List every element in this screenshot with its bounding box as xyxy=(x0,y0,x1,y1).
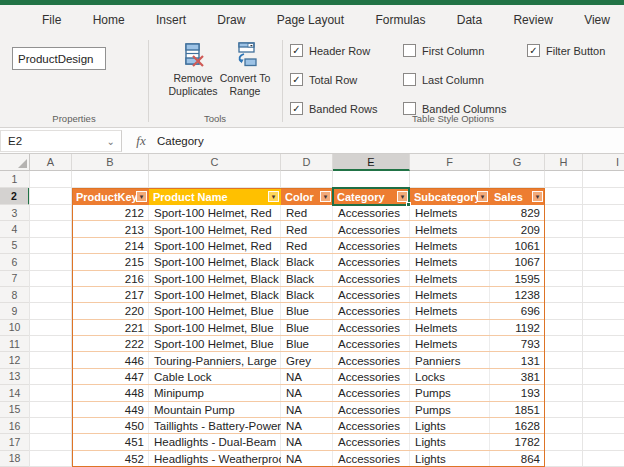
table-header-label: Color xyxy=(285,191,314,203)
checkbox-banded-rows[interactable]: ✓Banded Rows xyxy=(290,102,378,115)
filter-button-subcategory[interactable]: ▼ xyxy=(477,191,488,202)
checkbox-header-row[interactable]: ✓Header Row xyxy=(290,44,370,57)
checkbox-last-column[interactable]: Last Column xyxy=(403,73,484,86)
checkbox-banded-columns[interactable]: Banded Columns xyxy=(403,102,506,115)
checkbox-first-column[interactable]: First Column xyxy=(403,44,484,57)
row-header-1[interactable]: 1 xyxy=(0,171,30,188)
name-box[interactable]: E2 ⌄ xyxy=(0,130,122,152)
column-header-G[interactable]: G xyxy=(490,154,545,171)
tab-draw[interactable]: Draw xyxy=(215,13,247,27)
checkbox-total-row[interactable]: ✓Total Row xyxy=(290,73,357,86)
checkbox-label: First Column xyxy=(422,45,484,57)
table-header-color[interactable]: Color▼ xyxy=(281,188,333,205)
checkbox-filter-button[interactable]: ✓Filter Button xyxy=(527,44,605,57)
name-box-value: E2 xyxy=(8,135,22,147)
filter-button-sales[interactable]: ▼ xyxy=(532,191,543,202)
spreadsheet-grid: ABCDEFGHI123456789101112131415161718Prod… xyxy=(0,154,624,467)
table-row-border xyxy=(72,221,545,237)
properties-group-label: Properties xyxy=(0,113,148,124)
checkbox-checked-icon[interactable]: ✓ xyxy=(290,73,303,86)
checkbox-unchecked-icon[interactable] xyxy=(403,44,416,57)
row-header-5[interactable]: 5 xyxy=(0,238,30,254)
column-header-F[interactable]: F xyxy=(410,154,490,171)
table-row-border xyxy=(72,271,545,287)
table-header-subcategory[interactable]: Subcategory▼ xyxy=(410,188,490,205)
convert-to-range-button[interactable]: Convert ToRange xyxy=(216,39,274,98)
remove-duplicates-label: RemoveDuplicates xyxy=(164,72,222,98)
table-row-border xyxy=(72,303,545,319)
group-separator xyxy=(282,40,283,122)
column-header-I[interactable]: I xyxy=(583,154,624,171)
column-header-E[interactable]: E xyxy=(333,154,410,171)
formula-bar-content[interactable]: Category xyxy=(157,130,204,152)
table-header-label: Category xyxy=(337,191,385,203)
row-header-18[interactable]: 18 xyxy=(0,451,30,467)
filter-button-color[interactable]: ▼ xyxy=(320,191,331,202)
excel-window: FileHomeInsertDrawPage LayoutFormulasDat… xyxy=(0,0,624,467)
checkbox-label: Banded Rows xyxy=(309,103,378,115)
row-header-9[interactable]: 9 xyxy=(0,303,30,319)
column-header-D[interactable]: D xyxy=(281,154,333,171)
column-header-A[interactable]: A xyxy=(30,154,72,171)
table-header-category[interactable]: Category▼ xyxy=(333,188,410,205)
checkbox-label: Banded Columns xyxy=(422,103,506,115)
tab-file[interactable]: File xyxy=(40,13,63,27)
row-header-8[interactable]: 8 xyxy=(0,287,30,303)
tab-data[interactable]: Data xyxy=(455,13,484,27)
select-all-corner[interactable] xyxy=(0,154,30,171)
row-header-16[interactable]: 16 xyxy=(0,418,30,434)
checkbox-label: Filter Button xyxy=(546,45,605,57)
checkbox-checked-icon[interactable]: ✓ xyxy=(290,102,303,115)
table-row-border xyxy=(72,385,545,401)
table-header-product-name[interactable]: Product Name▼ xyxy=(149,188,281,205)
tools-group-label: Tools xyxy=(148,113,282,124)
checkbox-checked-icon[interactable]: ✓ xyxy=(527,44,540,57)
tab-insert[interactable]: Insert xyxy=(154,13,188,27)
remove-duplicates-icon xyxy=(164,39,222,69)
tab-view[interactable]: View xyxy=(582,13,612,27)
row-header-15[interactable]: 15 xyxy=(0,402,30,418)
row-header-11[interactable]: 11 xyxy=(0,336,30,352)
table-row-border xyxy=(72,205,545,221)
column-header-B[interactable]: B xyxy=(72,154,149,171)
column-header-H[interactable]: H xyxy=(545,154,583,171)
convert-to-range-label: Convert ToRange xyxy=(216,72,274,98)
table-header-label: Product Name xyxy=(153,191,228,203)
table-header-productkey[interactable]: ProductKey▼ xyxy=(72,188,149,205)
checkbox-unchecked-icon[interactable] xyxy=(403,102,416,115)
row-header-17[interactable]: 17 xyxy=(0,434,30,450)
row-header-2[interactable]: 2 xyxy=(0,188,30,205)
filter-button-product-name[interactable]: ▼ xyxy=(268,191,279,202)
chevron-down-icon[interactable]: ⌄ xyxy=(107,136,115,147)
ribbon-tabs: FileHomeInsertDrawPage LayoutFormulasDat… xyxy=(40,5,612,35)
table-row-border xyxy=(72,369,545,385)
group-separator xyxy=(148,40,149,122)
gridline-h xyxy=(30,171,624,188)
table-header-label: Subcategory xyxy=(414,191,477,203)
checkbox-label: Last Column xyxy=(422,74,484,86)
row-header-7[interactable]: 7 xyxy=(0,271,30,287)
row-header-6[interactable]: 6 xyxy=(0,254,30,270)
checkbox-checked-icon[interactable]: ✓ xyxy=(290,44,303,57)
tab-home[interactable]: Home xyxy=(91,13,127,27)
table-row-border xyxy=(72,336,545,352)
fx-icon[interactable]: fx xyxy=(130,130,152,152)
row-header-4[interactable]: 4 xyxy=(0,221,30,237)
row-header-10[interactable]: 10 xyxy=(0,320,30,336)
tab-formulas[interactable]: Formulas xyxy=(373,13,427,27)
row-header-14[interactable]: 14 xyxy=(0,385,30,401)
filter-button-productkey[interactable]: ▼ xyxy=(136,191,147,202)
ribbon: Properties RemoveDuplicates xyxy=(0,35,624,128)
table-name-input[interactable] xyxy=(12,47,106,70)
table-header-label: ProductKey xyxy=(76,191,136,203)
row-header-13[interactable]: 13 xyxy=(0,369,30,385)
checkbox-unchecked-icon[interactable] xyxy=(403,73,416,86)
row-header-3[interactable]: 3 xyxy=(0,205,30,221)
tab-page-layout[interactable]: Page Layout xyxy=(275,13,346,27)
filter-button-category[interactable]: ▼ xyxy=(397,191,408,202)
remove-duplicates-button[interactable]: RemoveDuplicates xyxy=(164,39,222,98)
tab-review[interactable]: Review xyxy=(511,13,554,27)
row-header-12[interactable]: 12 xyxy=(0,352,30,368)
column-header-C[interactable]: C xyxy=(149,154,281,171)
table-header-sales[interactable]: Sales▼ xyxy=(490,188,545,205)
